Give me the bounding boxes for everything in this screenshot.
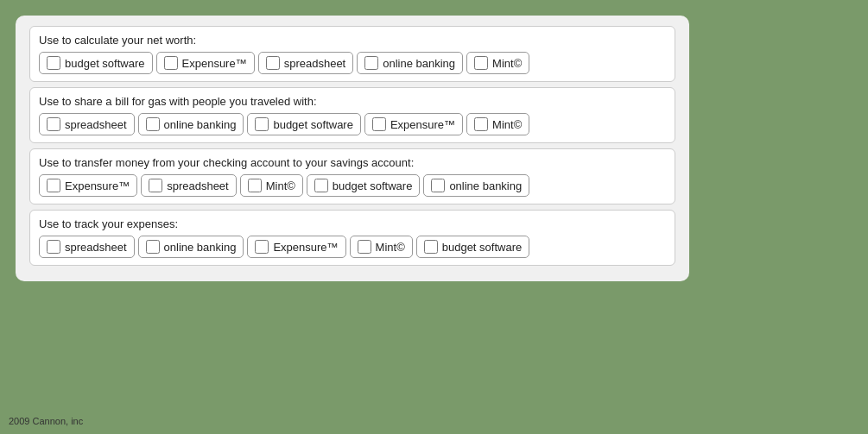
checkbox-q3-3[interactable] bbox=[248, 179, 262, 192]
options-row-1: budget softwareExpensure™spreadsheetonli… bbox=[39, 52, 666, 74]
option-item-q3-2[interactable]: spreadsheet bbox=[141, 174, 237, 197]
checkbox-q1-5[interactable] bbox=[474, 56, 488, 70]
option-label-q4-2: online banking bbox=[164, 241, 237, 254]
option-label-q1-4: online banking bbox=[383, 57, 455, 70]
checkbox-q1-1[interactable] bbox=[47, 56, 60, 70]
question-block-1: Use to calculate your net worth:budget s… bbox=[29, 26, 675, 82]
option-label-q2-1: spreadsheet bbox=[65, 118, 127, 131]
option-item-q2-1[interactable]: spreadsheet bbox=[39, 113, 135, 135]
checkbox-q3-4[interactable] bbox=[314, 179, 328, 192]
option-item-q2-5[interactable]: Mint© bbox=[466, 113, 529, 135]
option-label-q4-5: budget software bbox=[442, 241, 523, 254]
question-label-3: Use to transfer money from your checking… bbox=[39, 156, 666, 169]
option-item-q1-1[interactable]: budget software bbox=[39, 52, 153, 74]
question-label-4: Use to track your expenses: bbox=[39, 217, 666, 230]
option-label-q1-5: Mint© bbox=[492, 57, 522, 70]
option-item-q3-4[interactable]: budget software bbox=[307, 174, 421, 197]
option-label-q3-1: Expensure™ bbox=[65, 179, 130, 192]
checkbox-q1-4[interactable] bbox=[364, 56, 378, 70]
option-label-q3-3: Mint© bbox=[266, 179, 295, 192]
option-item-q1-3[interactable]: spreadsheet bbox=[258, 52, 354, 74]
options-row-4: spreadsheetonline bankingExpensure™Mint©… bbox=[39, 236, 666, 258]
option-item-q1-5[interactable]: Mint© bbox=[466, 52, 529, 74]
option-label-q1-3: spreadsheet bbox=[284, 57, 346, 70]
checkbox-q1-2[interactable] bbox=[164, 56, 178, 70]
checkbox-q1-3[interactable] bbox=[266, 56, 280, 70]
option-label-q1-2: Expensure™ bbox=[182, 57, 247, 70]
option-item-q3-3[interactable]: Mint© bbox=[240, 174, 303, 197]
checkbox-q2-3[interactable] bbox=[255, 117, 269, 131]
option-label-q2-5: Mint© bbox=[492, 118, 522, 131]
option-item-q1-2[interactable]: Expensure™ bbox=[156, 52, 255, 74]
option-item-q4-4[interactable]: Mint© bbox=[350, 236, 413, 258]
checkbox-q2-5[interactable] bbox=[474, 117, 488, 131]
options-row-2: spreadsheetonline bankingbudget software… bbox=[39, 113, 666, 135]
question-block-3: Use to transfer money from your checking… bbox=[29, 148, 675, 204]
checkbox-q3-5[interactable] bbox=[431, 179, 445, 192]
option-label-q4-3: Expensure™ bbox=[273, 241, 338, 254]
option-label-q2-3: budget software bbox=[273, 118, 353, 131]
question-block-2: Use to share a bill for gas with people … bbox=[29, 87, 675, 143]
option-label-q1-1: budget software bbox=[65, 57, 145, 70]
option-item-q4-3[interactable]: Expensure™ bbox=[247, 236, 345, 258]
question-label-2: Use to share a bill for gas with people … bbox=[39, 95, 666, 108]
option-label-q2-4: Expensure™ bbox=[390, 118, 455, 131]
checkbox-q4-4[interactable] bbox=[358, 240, 371, 254]
option-label-q4-1: spreadsheet bbox=[65, 241, 127, 254]
option-label-q3-5: online banking bbox=[449, 179, 522, 192]
option-label-q3-2: spreadsheet bbox=[167, 179, 229, 192]
question-label-1: Use to calculate your net worth: bbox=[39, 34, 666, 47]
checkbox-q2-1[interactable] bbox=[47, 117, 60, 131]
option-item-q4-1[interactable]: spreadsheet bbox=[39, 236, 135, 258]
checkbox-q4-1[interactable] bbox=[47, 240, 60, 254]
checkbox-q4-5[interactable] bbox=[424, 240, 438, 254]
option-label-q3-4: budget software bbox=[333, 179, 413, 192]
option-item-q4-5[interactable]: budget software bbox=[416, 236, 530, 258]
option-item-q1-4[interactable]: online banking bbox=[357, 52, 463, 74]
question-block-4: Use to track your expenses:spreadsheeton… bbox=[29, 210, 675, 266]
checkbox-q2-2[interactable] bbox=[146, 117, 160, 131]
option-label-q2-2: online banking bbox=[164, 118, 237, 131]
checkbox-q4-2[interactable] bbox=[146, 240, 160, 254]
checkbox-q3-2[interactable] bbox=[149, 179, 162, 192]
option-item-q4-2[interactable]: online banking bbox=[138, 236, 244, 258]
options-row-3: Expensure™spreadsheetMint©budget softwar… bbox=[39, 174, 666, 197]
option-item-q2-4[interactable]: Expensure™ bbox=[364, 113, 463, 135]
footer-text: 2009 Cannon, inc bbox=[9, 416, 83, 426]
option-item-q2-3[interactable]: budget software bbox=[247, 113, 361, 135]
checkbox-q3-1[interactable] bbox=[47, 179, 60, 192]
option-item-q2-2[interactable]: online banking bbox=[138, 113, 244, 135]
option-item-q3-1[interactable]: Expensure™ bbox=[39, 174, 137, 197]
option-label-q4-4: Mint© bbox=[376, 241, 405, 254]
main-card: Use to calculate your net worth:budget s… bbox=[16, 16, 689, 281]
option-item-q3-5[interactable]: online banking bbox=[423, 174, 529, 197]
checkbox-q4-3[interactable] bbox=[255, 240, 269, 254]
checkbox-q2-4[interactable] bbox=[372, 117, 386, 131]
